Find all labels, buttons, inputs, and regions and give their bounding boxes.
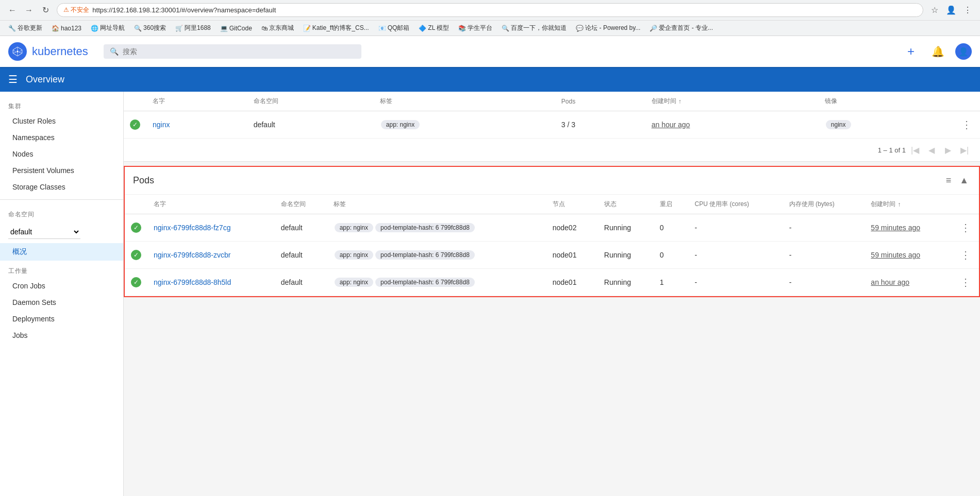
bookmark-google-update[interactable]: 🔧 谷歌更新 <box>5 23 45 33</box>
pods-table-row: ✓ nginx-6799fc88d8-8h5ld default app: ng… <box>125 269 979 296</box>
sidebar-item-jobs[interactable]: Jobs <box>0 327 123 344</box>
sidebar-item-deployments[interactable]: Deployments <box>0 311 123 327</box>
first-page-button[interactable]: |◀ <box>908 143 922 157</box>
th-labels: 标签 <box>374 92 555 111</box>
bookmark-model[interactable]: 🔷 ZL 模型 <box>416 23 452 33</box>
bookmark-icon: 📝 <box>303 25 311 32</box>
hamburger-button[interactable]: ☰ <box>8 73 18 85</box>
bookmark-forum[interactable]: 💬 论坛 - Powered by... <box>573 23 643 33</box>
row-created: 59 minutes ago <box>865 214 952 242</box>
bookmark-icon: 💻 <box>220 25 228 32</box>
bookmark-qq[interactable]: 📧 QQ邮箱 <box>375 23 413 33</box>
row-cpu: - <box>689 242 783 269</box>
browser-menu-button[interactable]: ⋮ <box>960 3 975 18</box>
bookmark-icon: 💬 <box>576 25 584 32</box>
browser-profile-button[interactable]: 👤 <box>944 3 958 18</box>
bookmark-jd[interactable]: 🛍 京东商城 <box>258 23 297 33</box>
sidebar-item-daemon-sets[interactable]: Daemon Sets <box>0 294 123 311</box>
namespace-selector[interactable]: default kube-system kube-public <box>8 225 115 239</box>
row-more: ⋮ <box>953 111 980 139</box>
bookmark-katie[interactable]: 📝 Katie_ff的博客_CS... <box>300 23 372 33</box>
th-created[interactable]: 创建时间 ↑ <box>645 92 819 111</box>
bookmark-label: 学生平台 <box>468 24 492 32</box>
namespace-dropdown[interactable]: default kube-system kube-public <box>8 225 80 239</box>
label-tag: pod-template-hash: 6 799fc88d8 <box>375 250 475 260</box>
pods-table-row: ✓ nginx-6799fc88d8-zvcbr default app: ng… <box>125 242 979 269</box>
pod-more-button[interactable]: ⋮ <box>958 219 973 236</box>
pods-table-row: ✓ nginx-6799fc88d8-fz7cg default app: ng… <box>125 214 979 242</box>
pod-link[interactable]: nginx-6799fc88d8-zvcbr <box>154 251 230 259</box>
sidebar-item-cron-jobs[interactable]: Cron Jobs <box>0 278 123 294</box>
pod-link[interactable]: nginx-6799fc88d8-8h5ld <box>154 278 231 286</box>
row-cpu: - <box>689 214 783 242</box>
notification-button[interactable]: 🔔 <box>928 42 947 61</box>
row-memory: - <box>783 242 865 269</box>
th-status <box>124 92 146 111</box>
sidebar-item-overview[interactable]: 概况 <box>0 243 123 261</box>
bookmark-icon: 🌐 <box>91 25 98 32</box>
bookmark-alibaba[interactable]: 🛒 阿里1688 <box>172 23 214 33</box>
row-more: ⋮ <box>952 269 979 296</box>
status-ok-icon: ✓ <box>131 223 141 233</box>
row-created: an hour ago <box>645 111 819 139</box>
sidebar-item-namespaces[interactable]: Namespaces <box>0 129 123 146</box>
refresh-button[interactable]: ↻ <box>38 3 53 18</box>
prev-page-button[interactable]: ◀ <box>924 143 939 157</box>
bookmark-hao123[interactable]: 🏠 hao123 <box>48 24 85 33</box>
row-restart: 0 <box>654 242 689 269</box>
th-memory: 内存使用 (bytes) <box>783 195 865 214</box>
bookmark-icon: 🔍 <box>502 25 509 32</box>
header-search[interactable]: 🔍 <box>104 44 361 59</box>
address-bar[interactable]: ⚠ 不安全 https://192.168.198.12:30001/#/ove… <box>57 3 923 17</box>
th-created[interactable]: 创建时间 ↑ <box>865 195 952 214</box>
bookmark-gitcode[interactable]: 💻 GitCode <box>217 24 255 33</box>
th-created-label: 创建时间 <box>652 97 676 106</box>
kubernetes-logo[interactable]: kubernetes <box>8 42 88 61</box>
search-input[interactable] <box>123 47 355 56</box>
add-resource-button[interactable]: + <box>902 42 920 61</box>
sidebar: 集群 Cluster Roles Namespaces Nodes Persis… <box>0 92 124 496</box>
row-created: 59 minutes ago <box>865 242 952 269</box>
sidebar-item-label: Nodes <box>12 150 33 158</box>
bookmark-label: GitCode <box>229 25 252 32</box>
bookmark-baidu[interactable]: 🔍 百度一下，你就知道 <box>499 23 570 33</box>
row-status: ✓ <box>125 242 147 269</box>
sort-up-icon: ↑ <box>678 98 682 105</box>
address-url: https://192.168.198.12:30001/#/overview?… <box>92 6 276 14</box>
pod-more-button[interactable]: ⋮ <box>958 274 973 290</box>
bookmark-icon: 🏠 <box>52 25 59 32</box>
status-ok-icon: ✓ <box>131 277 141 287</box>
row-state: Running <box>598 214 654 242</box>
th-name[interactable]: 名字 <box>146 92 247 111</box>
bookmark-360[interactable]: 🔍 360搜索 <box>131 23 169 33</box>
row-more-button[interactable]: ⋮ <box>959 116 974 133</box>
deployment-link[interactable]: nginx <box>153 121 170 129</box>
sidebar-item-nodes[interactable]: Nodes <box>0 146 123 162</box>
user-avatar[interactable]: 👤 <box>955 43 972 60</box>
forward-button[interactable]: → <box>22 3 36 18</box>
bookmark-icon: 🔷 <box>419 25 426 32</box>
th-actions <box>953 92 980 111</box>
sidebar-item-persistent-volumes[interactable]: Persistent Volumes <box>0 162 123 179</box>
bookmark-aiqicha[interactable]: 🔎 爱企查首页 - 专业... <box>646 23 716 33</box>
pods-collapse-button[interactable]: ▲ <box>957 173 971 188</box>
sidebar-item-storage-classes[interactable]: Storage Classes <box>0 179 123 195</box>
next-page-button[interactable]: ▶ <box>941 143 955 157</box>
sidebar-item-label: Deployments <box>12 315 55 323</box>
row-memory: - <box>783 269 865 296</box>
pod-link[interactable]: nginx-6799fc88d8-fz7cg <box>154 224 230 232</box>
browser-actions: ☆ 👤 ⋮ <box>927 3 975 18</box>
sidebar-item-cluster-roles[interactable]: Cluster Roles <box>0 113 123 129</box>
pod-more-button[interactable]: ⋮ <box>958 247 973 263</box>
last-page-button[interactable]: ▶| <box>957 143 972 157</box>
app-header: kubernetes 🔍 + 🔔 👤 <box>0 36 980 67</box>
pods-filter-button[interactable]: ≡ <box>944 173 954 188</box>
bookmark-star-button[interactable]: ☆ <box>927 3 942 18</box>
row-image: nginx <box>819 111 953 139</box>
bookmark-nav[interactable]: 🌐 网址导航 <box>88 23 128 33</box>
bookmark-student[interactable]: 📚 学生平台 <box>455 23 495 33</box>
row-node: node01 <box>546 242 598 269</box>
back-button[interactable]: ← <box>5 3 20 18</box>
bookmark-icon: 📚 <box>458 25 466 32</box>
label-tag: app: nginx <box>335 223 373 232</box>
